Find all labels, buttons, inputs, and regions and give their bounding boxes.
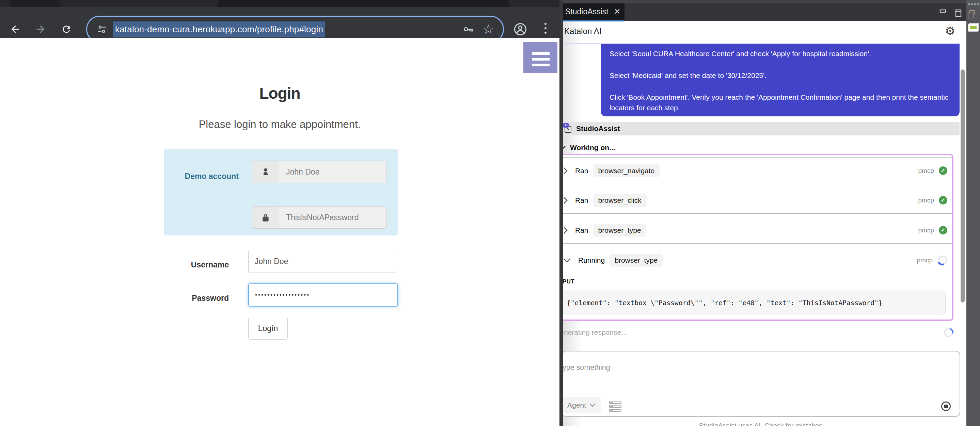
- success-check-icon: ✓: [939, 166, 947, 175]
- username-row: Username: [147, 257, 229, 273]
- back-icon[interactable]: [8, 22, 23, 37]
- step-verb: Ran: [575, 196, 589, 204]
- ide-right-trim: [966, 0, 980, 426]
- close-icon[interactable]: ✕: [614, 7, 621, 16]
- minimize-icon[interactable]: [939, 9, 948, 16]
- browser-active-tab[interactable]: [218, 0, 509, 7]
- mcp-server-icon[interactable]: [609, 401, 621, 412]
- tool-step-row[interactable]: Ran browser_type pmcp ✓: [563, 217, 952, 244]
- gear-icon[interactable]: ⚙: [945, 25, 955, 37]
- password-input[interactable]: ••••••••••••••••••: [248, 283, 398, 307]
- minimized-view-icon[interactable]: [968, 24, 978, 32]
- browser-tab-strip: [0, 0, 560, 7]
- password-label: Password: [147, 294, 229, 303]
- url-text[interactable]: katalon-demo-cura.herokuapp.com/profile.…: [113, 21, 325, 37]
- username-input[interactable]: John Doe: [248, 250, 398, 273]
- page-title: Login: [0, 84, 560, 103]
- tool-call-group: Ran browser_navigate pmcp ✓ Ran browser_…: [563, 154, 953, 321]
- panel-tab-bar: StudioAssist ✕: [563, 3, 966, 21]
- ai-disclaimer: StudioAssist uses AI. Check for mistakes…: [563, 422, 960, 426]
- stop-generation-button[interactable]: [941, 402, 951, 411]
- panel-top-edge: [563, 0, 966, 3]
- agent-mode-label: Agent: [567, 401, 586, 409]
- panel-header: Katalon AI ⚙: [563, 21, 966, 43]
- reload-icon[interactable]: [59, 22, 74, 37]
- user-icon: [252, 161, 279, 183]
- step-verb: Running: [578, 256, 605, 264]
- restore-view-icon[interactable]: [969, 10, 975, 15]
- step-tool-name: browser_click: [593, 194, 647, 207]
- chevron-down-icon[interactable]: [563, 258, 571, 263]
- studioassist-section-header: > AI StudioAssist: [563, 122, 959, 135]
- demo-account-box: Demo account John Doe ThisIsNotAPassword: [164, 149, 398, 236]
- chevron-down-icon: [589, 403, 595, 407]
- tool-input-code: {"element": "textbox \"Password\"", "ref…: [563, 291, 946, 315]
- generating-spinner: [942, 326, 955, 339]
- panel-header-title: Katalon AI: [564, 27, 601, 36]
- step-verb: Ran: [575, 167, 589, 175]
- browser-toolbar: katalon-demo-cura.herokuapp.com/profile.…: [0, 7, 560, 38]
- step-tag: pmcp: [918, 226, 934, 234]
- tool-step-row[interactable]: Ran browser_click pmcp ✓: [563, 187, 952, 214]
- agent-mode-dropdown[interactable]: Agent: [563, 397, 601, 413]
- page-subtitle: Please login to make appointment.: [0, 119, 560, 131]
- window-divider: [560, 0, 563, 426]
- step-verb: Ran: [575, 226, 589, 234]
- site-settings-icon[interactable]: [97, 24, 107, 34]
- generating-status: Generating response...: [563, 328, 627, 337]
- tool-step-row-running[interactable]: Running browser_type pmcp: [563, 247, 952, 274]
- step-tool-name: browser_type: [593, 224, 646, 237]
- bookmark-star-icon[interactable]: ☆: [482, 23, 494, 36]
- username-label: Username: [147, 260, 229, 269]
- studioassist-panel: StudioAssist ✕ Katalon AI ⚙ Select 'Seou…: [563, 0, 966, 426]
- trim-drag-handle[interactable]: [968, 3, 979, 5]
- browser-menu-icon[interactable]: [544, 23, 547, 34]
- running-spinner: [936, 254, 949, 266]
- section-title: StudioAssist: [576, 125, 620, 133]
- lock-icon: [252, 206, 279, 229]
- step-tool-name: browser_navigate: [593, 164, 660, 177]
- chevron-right-icon[interactable]: [563, 167, 568, 174]
- message-paragraph: Select 'Medicaid' and set the date to '3…: [609, 70, 951, 81]
- username-value: John Doe: [255, 257, 288, 266]
- forward-icon[interactable]: [33, 22, 48, 37]
- demo-username-value[interactable]: John Doe: [279, 161, 387, 183]
- step-tag: pmcp: [918, 197, 934, 204]
- chat-bottom-rule: [563, 341, 959, 341]
- success-check-icon: ✓: [939, 226, 947, 234]
- password-row: Password: [147, 290, 229, 306]
- tab-studioassist[interactable]: StudioAssist ✕: [563, 3, 625, 20]
- message-paragraph: Select 'Seoul CURA Healthcare Center' an…: [609, 48, 951, 59]
- message-paragraph: Click 'Book Appointment'. Verify you rea…: [609, 92, 951, 113]
- chevron-down-icon: [563, 145, 566, 150]
- tab-title: StudioAssist: [565, 7, 608, 16]
- menu-toggle-button[interactable]: [523, 42, 557, 73]
- password-masked-value: ••••••••••••••••••: [255, 291, 310, 298]
- input-section-label: INPUT: [563, 278, 575, 285]
- chat-composer[interactable]: Type something Agent: [563, 351, 960, 417]
- password-key-icon[interactable]: [462, 23, 474, 35]
- composer-placeholder[interactable]: Type something: [563, 363, 610, 372]
- profile-avatar-icon[interactable]: [513, 22, 528, 37]
- tool-step-row[interactable]: Ran browser_navigate pmcp ✓: [563, 157, 952, 184]
- working-on-label: Working on...: [570, 144, 615, 152]
- working-on-row[interactable]: Working on...: [563, 144, 615, 152]
- demo-username-group: John Doe: [252, 161, 387, 183]
- login-button[interactable]: Login: [248, 317, 288, 340]
- step-tool-name: browser_type: [609, 254, 663, 267]
- cura-page: Login Please login to make appointment. …: [0, 38, 560, 426]
- browser-tab[interactable]: [10, 0, 60, 7]
- demo-account-label: Demo account: [170, 169, 239, 183]
- demo-password-group: ThisIsNotAPassword: [252, 206, 387, 229]
- chat-scrollbar[interactable]: [961, 70, 965, 302]
- step-tag: pmcp: [917, 257, 933, 264]
- chat-area: Select 'Seoul CURA Healthcare Center' an…: [563, 44, 966, 347]
- chevron-right-icon[interactable]: [563, 197, 568, 204]
- maximize-icon[interactable]: [955, 9, 963, 16]
- chevron-right-icon[interactable]: [563, 226, 568, 234]
- success-check-icon: ✓: [939, 196, 947, 204]
- studioassist-ai-icon: > AI: [565, 125, 573, 133]
- demo-password-value[interactable]: ThisIsNotAPassword: [279, 206, 387, 229]
- step-tag: pmcp: [918, 167, 934, 174]
- user-message-bubble: Select 'Seoul CURA Healthcare Center' an…: [601, 44, 959, 116]
